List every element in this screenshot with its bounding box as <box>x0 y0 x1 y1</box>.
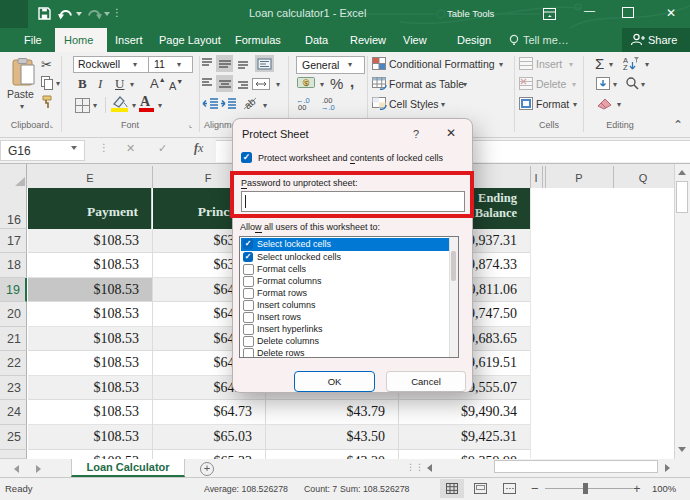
svg-text:$: $ <box>304 79 309 88</box>
svg-text:Z: Z <box>623 63 628 70</box>
